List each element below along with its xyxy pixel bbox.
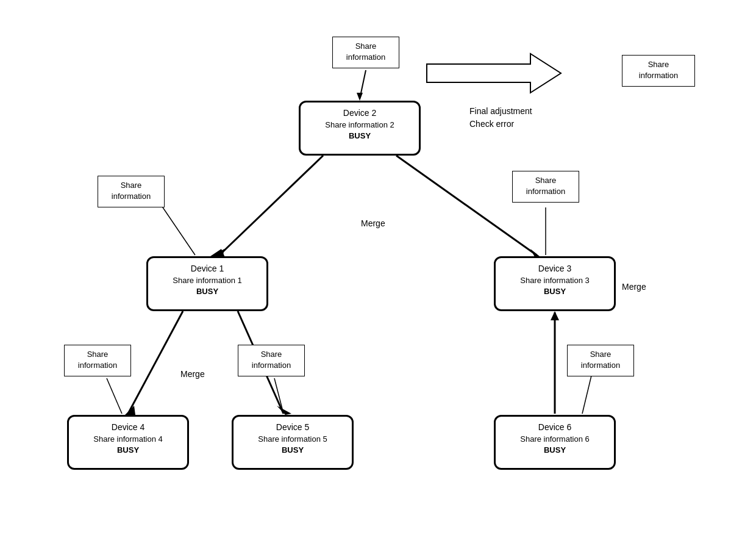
device4-name: Device 4	[75, 422, 181, 434]
info-left-mid-text: Shareinformation	[112, 181, 151, 201]
device5-share: Share information 5	[240, 434, 346, 445]
info-box-top-center: Shareinformation	[332, 37, 399, 68]
label-final-adjustment: Final adjustmentCheck error	[469, 105, 532, 131]
svg-line-14	[107, 378, 122, 414]
svg-line-0	[360, 70, 366, 99]
device6-box: Device 6 Share information 6 BUSY	[494, 415, 616, 470]
device1-box: Device 1 Share information 1 BUSY	[146, 256, 268, 311]
info-box-bottom-mid: Shareinformation	[238, 345, 305, 376]
device2-box: Device 2 Share information 2 BUSY	[299, 101, 421, 156]
svg-line-10	[128, 311, 183, 414]
device2-name: Device 2	[307, 107, 413, 120]
device1-name: Device 1	[154, 263, 260, 275]
device5-name: Device 5	[240, 422, 346, 434]
device5-box: Device 5 Share information 5 BUSY	[232, 415, 354, 470]
info-box-bottom-right: Shareinformation	[567, 345, 634, 376]
device4-status: BUSY	[75, 445, 181, 456]
device1-share: Share information 1	[154, 275, 260, 286]
info-top-center-text: Shareinformation	[346, 41, 385, 62]
info-box-right-mid: Shareinformation	[512, 171, 579, 203]
svg-line-3	[219, 156, 323, 255]
device3-status: BUSY	[502, 286, 608, 297]
label-merge-center: Merge	[361, 218, 385, 228]
label-merge-right: Merge	[622, 282, 646, 292]
info-box-left-mid: Shareinformation	[98, 176, 165, 207]
label-merge-left: Merge	[180, 369, 205, 379]
svg-marker-13	[277, 406, 291, 415]
device4-share: Share information 4	[75, 434, 181, 445]
device3-box: Device 3 Share information 3 BUSY	[494, 256, 616, 311]
svg-marker-1	[357, 93, 363, 101]
info-bottom-mid-text: Shareinformation	[252, 350, 291, 370]
device5-status: BUSY	[240, 445, 346, 456]
device2-status: BUSY	[307, 131, 413, 142]
info-bottom-right-text: Shareinformation	[581, 350, 620, 370]
device6-share: Share information 6	[502, 434, 608, 445]
svg-marker-2	[427, 54, 561, 93]
svg-marker-17	[551, 311, 559, 320]
device6-status: BUSY	[502, 445, 608, 456]
device6-name: Device 6	[502, 422, 608, 434]
device2-share: Share information 2	[307, 120, 413, 131]
device1-status: BUSY	[154, 286, 260, 297]
svg-marker-11	[125, 406, 135, 415]
svg-line-15	[274, 378, 284, 414]
info-top-right-text: Shareinformation	[639, 60, 678, 80]
device3-share: Share information 3	[502, 275, 608, 286]
diagram: Device 2 Share information 2 BUSY Device…	[0, 0, 756, 543]
info-box-bottom-left: Shareinformation	[64, 345, 131, 376]
device4-box: Device 4 Share information 4 BUSY	[67, 415, 189, 470]
device3-name: Device 3	[502, 263, 608, 275]
info-right-mid-text: Shareinformation	[526, 176, 565, 196]
info-box-top-right: Shareinformation	[622, 55, 695, 87]
info-bottom-left-text: Shareinformation	[78, 350, 117, 370]
